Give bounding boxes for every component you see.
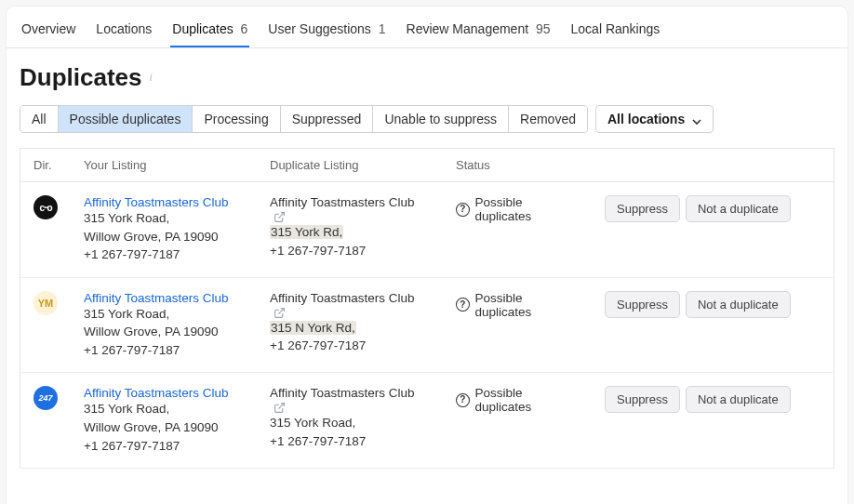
col-dir: Dir. [20,149,72,182]
suppress-button[interactable]: Suppress [605,291,680,318]
tab-duplicates[interactable]: Duplicates 6 [170,16,249,47]
duplicates-table: Dir. Your Listing Duplicate Listing Stat… [20,148,834,469]
not-duplicate-button[interactable]: Not a duplicate [686,195,791,222]
your-listing-link[interactable]: Affinity Toastmasters Club [84,195,229,209]
duplicate-listing-address: 315 N York Rd,+1 267-797-7187 [270,319,430,355]
filter-segments: AllPossible duplicatesProcessingSuppress… [20,105,588,133]
filter-suppressed[interactable]: Suppressed [281,106,374,132]
duplicate-listing-name: Affinity Toastmasters Club [270,291,415,305]
not-duplicate-button[interactable]: Not a duplicate [686,291,791,318]
external-link-icon[interactable] [274,402,286,414]
directory-icon: YM [33,291,58,315]
duplicate-listing-name: Affinity Toastmasters Club [270,386,415,400]
your-listing-address: 315 York Road,Willow Grove, PA 19090+1 2… [84,400,244,455]
suppress-button[interactable]: Suppress [605,386,680,413]
chevron-down-icon [692,114,701,124]
location-selector-label: All locations [607,112,685,126]
table-row: c··oAffinity Toastmasters Club315 York R… [20,182,834,278]
directory-icon: 247 [33,386,58,410]
status-text: Possible duplicates [475,195,579,223]
location-selector[interactable]: All locations [595,105,714,133]
tab-locations[interactable]: Locations [94,16,153,47]
your-listing-address: 315 York Road,Willow Grove, PA 19090+1 2… [84,305,244,360]
filter-all[interactable]: All [20,106,59,132]
page-title-text: Duplicates [20,63,142,92]
page-title: Duplicates i [20,63,834,92]
question-icon: ? [456,298,470,312]
tab-local-rankings[interactable]: Local Rankings [569,16,662,47]
external-link-icon[interactable] [274,307,286,319]
col-dup: Duplicate Listing [257,149,443,182]
filter-bar: AllPossible duplicatesProcessingSuppress… [20,105,834,133]
tab-overview[interactable]: Overview [20,16,77,47]
info-icon[interactable]: i [150,71,153,85]
duplicate-listing-address: 315 York Rd,+1 267-797-7187 [270,223,430,259]
directory-icon: c··o [33,195,58,219]
col-your: Your Listing [71,149,257,182]
external-link-icon[interactable] [274,211,286,223]
duplicate-listing-address: 315 York Road,+1 267-797-7187 [270,414,430,450]
table-row: 247Affinity Toastmasters Club315 York Ro… [20,373,834,469]
status-text: Possible duplicates [475,386,579,414]
status-cell: ?Possible duplicates [456,386,579,414]
tab-user-suggestions[interactable]: User Suggestions 1 [266,16,387,47]
duplicate-listing-name: Affinity Toastmasters Club [270,195,415,209]
status-cell: ?Possible duplicates [456,291,579,319]
your-listing-link[interactable]: Affinity Toastmasters Club [84,291,229,305]
col-actions [592,149,834,182]
question-icon: ? [456,203,470,217]
your-listing-link[interactable]: Affinity Toastmasters Club [84,386,229,400]
filter-processing[interactable]: Processing [193,106,280,132]
filter-possible-duplicates[interactable]: Possible duplicates [59,106,193,132]
your-listing-address: 315 York Road,Willow Grove, PA 19090+1 2… [84,209,244,264]
filter-unable-to-suppress[interactable]: Unable to suppress [373,106,509,132]
not-duplicate-button[interactable]: Not a duplicate [686,386,791,413]
filter-removed[interactable]: Removed [509,106,587,132]
status-text: Possible duplicates [475,291,579,319]
table-row: YMAffinity Toastmasters Club315 York Roa… [20,277,834,373]
main-tabs: OverviewLocationsDuplicates 6User Sugges… [7,7,847,48]
suppress-button[interactable]: Suppress [605,195,680,222]
tab-review-management[interactable]: Review Management 95 [405,16,553,47]
col-status: Status [443,149,592,182]
status-cell: ?Possible duplicates [456,195,579,223]
question-icon: ? [456,393,470,407]
